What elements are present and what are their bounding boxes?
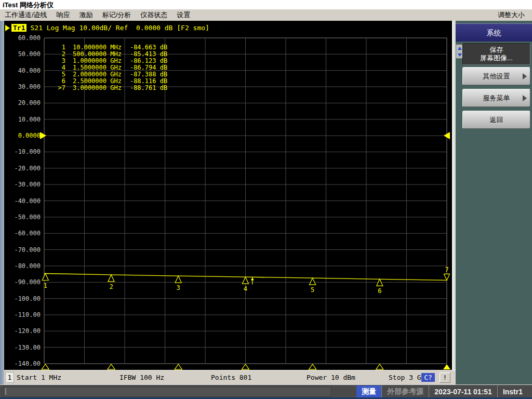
marker-number: 6 — [378, 287, 381, 295]
scroll-up-icon — [458, 47, 462, 50]
sidebar-buttons: 保存屏幕图像...其他设置服务菜单返回 — [462, 43, 530, 132]
status-power: Power 10 dBm — [307, 370, 355, 385]
marker-table: 110.000000 MHz-84.663 dB2500.00000 MHz-8… — [52, 44, 167, 91]
y-axis-label: -110.00 — [4, 311, 41, 319]
menu-items: 工作通道/迹线响应激励标记/分析仪器状态设置 — [0, 9, 195, 21]
trace-header: Tr1 S21 Log Mag 10.00dB/ Ref 0.0000 dB [… — [5, 24, 209, 32]
window-left-border — [0, 21, 4, 384]
y-axis-label: 50.000 — [4, 50, 41, 58]
y-axis-label: -20.000 — [4, 164, 41, 172]
trace-description: S21 Log Mag 10.00dB/ Ref 0.0000 dB [F2 s… — [30, 24, 209, 32]
marker-number: 4 — [244, 285, 247, 292]
sidebar-button-2[interactable]: 其他设置 — [462, 67, 530, 85]
status-ifbw: IFBW 100 Hz — [119, 370, 164, 385]
trace-id-badge: Tr1 — [11, 24, 26, 32]
y-axis-label: -60.000 — [4, 229, 41, 237]
taskbar-cell-3: 2023-07-11 01:51 — [429, 385, 497, 397]
y-axis-label: 60.000 — [4, 34, 41, 42]
taskbar-status-cells: 测量外部参考源2023-07-11 01:51Instr1 — [356, 385, 528, 397]
taskbar-cell-2: 外部参考源 — [381, 385, 429, 397]
menu-item-6[interactable]: 设置 — [172, 9, 195, 21]
menu-item-4[interactable]: 标记/分析 — [98, 9, 136, 21]
warning-badge[interactable]: ! — [440, 373, 450, 383]
marker-number: 5 — [311, 286, 314, 294]
marker-number: 2 — [109, 283, 113, 290]
ref-level-arrow-left-icon — [40, 132, 46, 139]
marker-symbol — [175, 276, 181, 283]
taskbar: 测量外部参考源2023-07-11 01:51Instr1 — [0, 384, 532, 399]
submenu-arrow-icon — [523, 73, 527, 79]
taskbar-cell-1[interactable]: 测量 — [356, 385, 381, 397]
status-points: Points 801 — [211, 370, 251, 385]
stimulus-marker — [108, 364, 115, 369]
y-axis-label: 30.000 — [4, 83, 41, 91]
menu-item-3[interactable]: 激励 — [75, 9, 98, 21]
sweep-indicator-icon — [251, 277, 254, 280]
marker-symbol-active — [444, 274, 450, 280]
y-axis-label: -90.000 — [4, 278, 41, 286]
cal-status-badge: C? — [421, 373, 435, 382]
menu-item-1[interactable]: 工作通道/迹线 — [0, 9, 52, 21]
marker-number: 1 — [44, 282, 47, 289]
sidebar-button-3[interactable]: 服务菜单 — [462, 89, 530, 107]
text-cursor-icon — [5, 388, 6, 395]
softkey-sidebar: 系统 保存屏幕图像...其他设置服务菜单返回 — [456, 21, 532, 384]
scroll-down-icon — [458, 54, 462, 57]
window-title-bar: iTest 网络分析仪 — [0, 0, 532, 9]
channel-indicator: 1 — [5, 372, 14, 383]
stimulus-marker — [309, 364, 316, 369]
status-bar: 1 Start 1 MHz IFBW 100 Hz Points 801 Pow… — [4, 370, 456, 385]
panel-separator — [452, 21, 456, 370]
submenu-arrow-icon — [523, 95, 527, 101]
taskbar-message-area — [3, 387, 331, 397]
y-axis-label: -30.000 — [4, 180, 41, 189]
y-axis-label: -70.000 — [4, 246, 41, 254]
y-axis-label: 10.000 — [4, 115, 41, 124]
marker-number: 7 — [445, 266, 448, 273]
sidebar-menu-title: 系统 — [456, 23, 532, 42]
stimulus-marker — [242, 364, 249, 369]
app-title: iTest 网络分析仪 — [3, 1, 54, 10]
stimulus-marker — [443, 364, 450, 369]
y-axis-label: -80.000 — [4, 262, 41, 270]
resize-button[interactable]: 调整大小 — [493, 9, 532, 21]
menu-item-2[interactable]: 响应 — [52, 9, 75, 21]
marker-symbol — [310, 278, 316, 285]
status-start-frequency: Start 1 MHz — [17, 370, 61, 385]
plot-area: 1234567 Tr1 S21 Log Mag 10.00dB/ Ref 0.0… — [4, 21, 452, 370]
y-axis-label: -130.00 — [4, 343, 41, 352]
y-axis-label: -120.00 — [4, 327, 41, 335]
y-axis-label: -50.000 — [4, 213, 41, 221]
main-area: 1234567 Tr1 S21 Log Mag 10.00dB/ Ref 0.0… — [0, 21, 532, 384]
y-axis-label: -140.00 — [4, 360, 41, 368]
sidebar-button-4[interactable]: 返回 — [462, 111, 530, 129]
y-axis-label: -100.00 — [4, 295, 41, 303]
menu-item-5[interactable]: 仪器状态 — [136, 9, 172, 21]
taskbar-cell-4: Instr1 — [497, 385, 528, 397]
stimulus-marker — [42, 364, 49, 369]
stimulus-marker — [175, 364, 182, 369]
menu-bar: 工作通道/迹线响应激励标记/分析仪器状态设置 调整大小 — [0, 9, 532, 21]
y-axis-label: -10.000 — [4, 148, 41, 156]
marker-symbol — [42, 274, 48, 281]
y-axis-label: 20.000 — [4, 99, 41, 107]
marker-symbol — [242, 277, 248, 284]
sidebar-button-1[interactable]: 保存屏幕图像... — [462, 43, 530, 65]
y-axis-label: 0.0000 — [4, 131, 41, 140]
stimulus-marker — [376, 364, 383, 369]
marker-number: 3 — [177, 284, 180, 291]
marker-table-row: >73.0000000 GHz-88.761 dB — [52, 85, 167, 91]
marker-symbol — [108, 275, 114, 282]
y-axis-label: 40.000 — [4, 66, 41, 75]
y-axis-label: -40.000 — [4, 197, 41, 205]
active-trace-arrow-icon — [5, 25, 10, 31]
